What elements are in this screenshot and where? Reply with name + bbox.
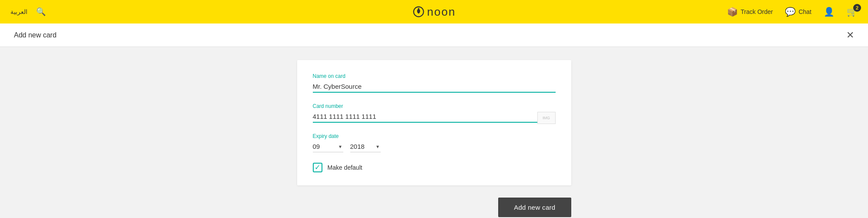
search-icon[interactable]: 🔍 xyxy=(36,7,46,17)
chat-button[interactable]: 💬 Chat xyxy=(785,7,811,17)
dialog-titlebar: Add new card ✕ xyxy=(0,23,868,47)
track-order-button[interactable]: 📦 Track Order xyxy=(727,7,773,17)
track-order-icon: 📦 xyxy=(727,7,738,17)
expiry-month-wrapper: 01 02 03 04 05 06 07 08 09 10 11 12 ▾ xyxy=(313,141,343,152)
card-number-group: Card number IMG xyxy=(313,103,556,123)
svg-point-1 xyxy=(418,8,419,10)
close-button[interactable]: ✕ xyxy=(846,30,854,40)
add-card-button[interactable]: Add new card xyxy=(498,198,571,217)
header: العربية 🔍 noon 📦 Track Order 💬 Chat 👤 🛒 … xyxy=(0,0,868,23)
logo: noon xyxy=(412,5,456,19)
header-right: 📦 Track Order 💬 Chat 👤 🛒 2 xyxy=(727,7,858,17)
expiry-year-wrapper: 2018 2019 2020 2021 2022 2023 2024 2025 … xyxy=(350,141,381,152)
checkmark-icon: ✓ xyxy=(315,164,320,171)
expiry-month-select[interactable]: 01 02 03 04 05 06 07 08 09 10 11 12 xyxy=(313,141,343,152)
cart-badge: 2 xyxy=(853,4,861,12)
expiry-group: Expiry date 01 02 03 04 05 06 07 08 09 1… xyxy=(313,133,556,152)
expiry-row: 01 02 03 04 05 06 07 08 09 10 11 12 ▾ xyxy=(313,141,556,152)
account-icon: 👤 xyxy=(824,7,834,17)
expiry-year-select[interactable]: 2018 2019 2020 2021 2022 2023 2024 2025 … xyxy=(350,141,381,152)
make-default-checkbox[interactable]: ✓ xyxy=(313,163,322,172)
account-button[interactable]: 👤 xyxy=(824,7,834,17)
card-number-input[interactable] xyxy=(313,111,556,123)
track-order-label: Track Order xyxy=(741,8,773,15)
card-type-icon: IMG xyxy=(537,112,556,124)
chat-icon: 💬 xyxy=(785,7,796,17)
expiry-label: Expiry date xyxy=(313,133,556,139)
logo-text: noon xyxy=(427,5,456,19)
cart-button[interactable]: 🛒 2 xyxy=(847,7,858,17)
submit-area: Add new card xyxy=(297,198,571,217)
name-label: Name on card xyxy=(313,73,556,79)
make-default-row: ✓ Make default xyxy=(313,163,556,172)
name-input[interactable] xyxy=(313,81,556,93)
card-number-wrapper: IMG xyxy=(313,111,556,123)
name-group: Name on card xyxy=(313,73,556,93)
logo-icon xyxy=(412,6,425,18)
main-content: Name on card Card number IMG Expiry date… xyxy=(0,47,868,218)
chat-label: Chat xyxy=(798,8,811,15)
make-default-label: Make default xyxy=(328,164,362,171)
dialog-title: Add new card xyxy=(14,31,57,39)
card-form-panel: Name on card Card number IMG Expiry date… xyxy=(297,60,571,185)
card-number-label: Card number xyxy=(313,103,556,109)
header-left: العربية 🔍 xyxy=(10,7,46,17)
language-toggle[interactable]: العربية xyxy=(10,8,27,15)
